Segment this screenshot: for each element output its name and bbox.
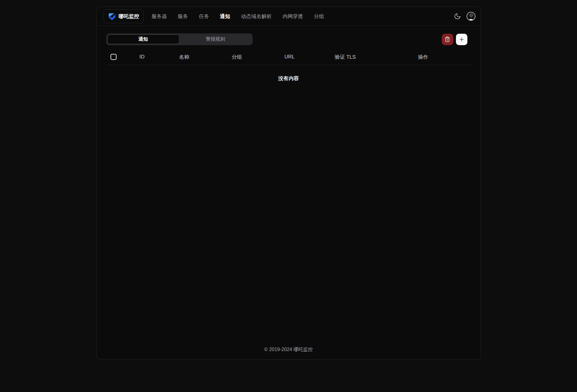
- column-header-group: 分组: [210, 54, 264, 61]
- brand-label: 哪吒监控: [119, 13, 139, 20]
- column-header-actions: 操作: [376, 54, 471, 61]
- column-header-id: ID: [126, 54, 159, 60]
- empty-state-text: 没有内容: [278, 75, 299, 82]
- nav-item-nat[interactable]: 内网穿透: [282, 13, 303, 20]
- table-header: ID 名称 分组 URL 验证 TLS 操作: [106, 49, 471, 65]
- user-menu-button[interactable]: [466, 12, 476, 21]
- tab-notifications[interactable]: 通知: [108, 35, 179, 44]
- nav-item-tasks[interactable]: 任务: [199, 13, 209, 20]
- delete-selected-button[interactable]: [442, 34, 453, 45]
- add-notification-button[interactable]: [456, 34, 467, 45]
- select-all-checkbox[interactable]: [111, 54, 117, 60]
- table-header-select-cell: [106, 54, 126, 60]
- user-avatar: [466, 12, 476, 21]
- plus-icon: [459, 36, 465, 42]
- navbar-right: [452, 11, 476, 21]
- column-header-url: URL: [264, 54, 315, 60]
- brand-home-link[interactable]: 哪吒监控: [104, 9, 144, 23]
- nav-item-servers[interactable]: 服务器: [151, 13, 167, 20]
- main-nav: 服务器 服务 任务 通知 动态域名解析 内网穿透 分组: [151, 13, 324, 20]
- theme-toggle-button[interactable]: [452, 11, 463, 21]
- tab-alert-rules[interactable]: 警报规则: [180, 35, 251, 44]
- navbar: 哪吒监控 服务器 服务 任务 通知 动态域名解析 内网穿透 分组: [97, 7, 481, 26]
- content-area: 通知 警报规则: [97, 26, 481, 359]
- toolbar-actions: [442, 34, 467, 45]
- column-header-name: 名称: [159, 54, 210, 61]
- nav-item-ddns[interactable]: 动态域名解析: [241, 13, 272, 20]
- nav-item-notifications[interactable]: 通知: [220, 13, 230, 20]
- toolbar: 通知 警报规则: [106, 33, 471, 45]
- table-empty-state: 没有内容: [106, 65, 471, 92]
- nav-item-services[interactable]: 服务: [178, 13, 188, 20]
- main-panel: 哪吒监控 服务器 服务 任务 通知 动态域名解析 内网穿透 分组: [96, 7, 481, 359]
- footer-copyright: © 2019-2024 哪吒监控: [106, 341, 471, 359]
- trash-icon: [444, 36, 450, 42]
- moon-icon: [454, 13, 461, 20]
- tab-switcher: 通知 警报规则: [106, 33, 253, 45]
- nav-item-groups[interactable]: 分组: [314, 13, 324, 20]
- brand-logo-icon: [108, 12, 116, 20]
- column-header-verify-tls: 验证 TLS: [315, 54, 376, 61]
